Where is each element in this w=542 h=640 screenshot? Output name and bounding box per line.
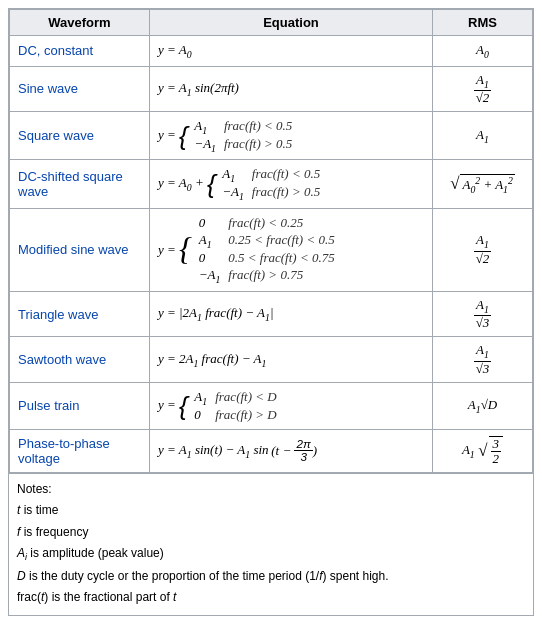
rms-modified-sine: A1 √2 [433,208,533,291]
col-header-rms: RMS [433,10,533,36]
waveform-square: Square wave [10,112,150,160]
rms-sawtooth: A1 √3 [433,337,533,383]
waveform-sawtooth: Sawtooth wave [10,337,150,383]
eq-dc-shifted: y = A0 + { A1 frac(ft) < 0.5 −A1 frac(ft… [150,160,433,208]
notes-title: Notes: [17,480,525,499]
table-row: DC-shifted square wave y = A0 + { A1 fra… [10,160,533,208]
note-t: t is time [17,501,525,520]
waveform-triangle: Triangle wave [10,291,150,337]
notes-section: Notes: t is time f is frequency Ai is am… [9,473,533,615]
rms-phase: A1 √ 3 2 [433,429,533,473]
table-row: DC, constant y = A0 A0 [10,36,533,67]
eq-pulse: y = { A1 frac(ft) < D 0 frac(ft) > D [150,382,433,429]
eq-square: y = { A1 frac(ft) < 0.5 −A1 frac(ft) > 0… [150,112,433,160]
waveform-dc: DC, constant [10,36,150,67]
table-row: Sine wave y = A1 sin(2πft) A1 √2 [10,66,533,112]
eq-dc: y = A0 [150,36,433,67]
table-row: Phase-to-phase voltage y = A1 sin(t) − A… [10,429,533,473]
table-row: Triangle wave y = |2A1 frac(ft) − A1| A1… [10,291,533,337]
rms-sine: A1 √2 [433,66,533,112]
rms-triangle: A1 √3 [433,291,533,337]
waveform-sine: Sine wave [10,66,150,112]
eq-sawtooth: y = 2A1 frac(ft) − A1 [150,337,433,383]
waveform-phase: Phase-to-phase voltage [10,429,150,473]
main-table-wrapper: Waveform Equation RMS DC, constant y = A… [8,8,534,616]
table-row: Sawtooth wave y = 2A1 frac(ft) − A1 A1 √… [10,337,533,383]
rms-pulse: A1√D [433,382,533,429]
note-a: Ai is amplitude (peak value) [17,544,525,565]
waveform-pulse: Pulse train [10,382,150,429]
eq-phase: y = A1 sin(t) − A1 sin (t − 2π3) [150,429,433,473]
rms-dc: A0 [433,36,533,67]
rms-dc-shifted: √ A02 + A12 [433,160,533,208]
rms-square: A1 [433,112,533,160]
note-frac: frac(t) is the fractional part of t [17,588,525,607]
eq-modified-sine: y = { 0 frac(ft) < 0.25 A1 0.25 < frac(f… [150,208,433,291]
note-d: D is the duty cycle or the proportion of… [17,567,525,586]
waveform-dc-shifted: DC-shifted square wave [10,160,150,208]
note-f: f is frequency [17,523,525,542]
waveform-table: Waveform Equation RMS DC, constant y = A… [9,9,533,473]
col-header-equation: Equation [150,10,433,36]
eq-triangle: y = |2A1 frac(ft) − A1| [150,291,433,337]
table-row: Pulse train y = { A1 frac(ft) < D 0 frac… [10,382,533,429]
eq-sine: y = A1 sin(2πft) [150,66,433,112]
waveform-modified-sine: Modified sine wave [10,208,150,291]
table-row: Modified sine wave y = { 0 frac(ft) < 0.… [10,208,533,291]
table-row: Square wave y = { A1 frac(ft) < 0.5 −A1 … [10,112,533,160]
col-header-waveform: Waveform [10,10,150,36]
